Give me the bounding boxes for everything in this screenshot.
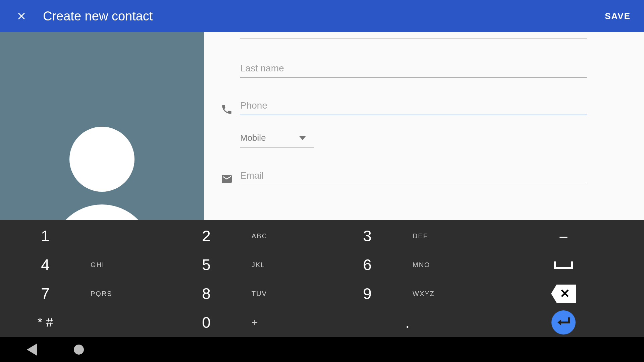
key-star-hash[interactable]: * # <box>0 308 161 337</box>
phone-type-value: Mobile <box>240 133 266 143</box>
key-6[interactable]: 6MNO <box>322 251 483 279</box>
key-2[interactable]: 2ABC <box>161 222 322 250</box>
email-placeholder: Email <box>240 170 264 181</box>
space-icon <box>553 260 574 269</box>
avatar-placeholder-head <box>69 127 135 192</box>
close-icon <box>16 10 27 22</box>
contact-photo-pane[interactable] <box>0 32 204 220</box>
form-pane: Last name Phone <box>204 32 644 220</box>
phone-type-select[interactable]: Mobile <box>240 129 314 147</box>
last-name-field[interactable]: Last name <box>240 59 587 78</box>
key-space[interactable] <box>483 251 644 279</box>
chevron-down-icon <box>299 136 306 140</box>
phone-field[interactable]: Phone <box>240 97 587 115</box>
numeric-keyboard: 1 2ABC 3DEF – 4GHI 5JKL 6MNO 7PQRS 8TUV … <box>0 220 644 337</box>
save-button[interactable]: SAVE <box>599 8 636 24</box>
email-icon <box>221 173 233 185</box>
avatar-placeholder-body <box>52 204 152 220</box>
phone-placeholder: Phone <box>240 100 267 111</box>
key-4[interactable]: 4GHI <box>0 251 161 279</box>
last-name-placeholder: Last name <box>240 63 284 74</box>
backspace-icon: ✕ <box>560 287 570 301</box>
email-field[interactable]: Email <box>240 166 587 185</box>
key-enter[interactable] <box>483 308 644 337</box>
enter-icon <box>556 316 571 328</box>
key-9[interactable]: 9WXYZ <box>322 280 483 308</box>
key-period[interactable]: . <box>322 308 483 337</box>
key-1[interactable]: 1 <box>0 222 161 250</box>
phone-icon <box>221 103 233 115</box>
close-button[interactable] <box>8 10 35 22</box>
nav-back-button[interactable] <box>27 344 37 356</box>
nav-bar <box>0 337 644 362</box>
key-dash[interactable]: – <box>483 222 644 250</box>
key-5[interactable]: 5JKL <box>161 251 322 279</box>
key-3[interactable]: 3DEF <box>322 222 483 250</box>
nav-home-button[interactable] <box>74 345 84 355</box>
first-name-field[interactable] <box>240 32 587 39</box>
key-8[interactable]: 8TUV <box>161 280 322 308</box>
key-7[interactable]: 7PQRS <box>0 280 161 308</box>
page-title: Create new contact <box>43 9 153 23</box>
key-0[interactable]: 0+ <box>161 308 322 337</box>
appbar: Create new contact SAVE <box>0 0 644 32</box>
key-backspace[interactable]: ✕ <box>483 280 644 308</box>
content-area: Last name Phone <box>0 32 644 220</box>
